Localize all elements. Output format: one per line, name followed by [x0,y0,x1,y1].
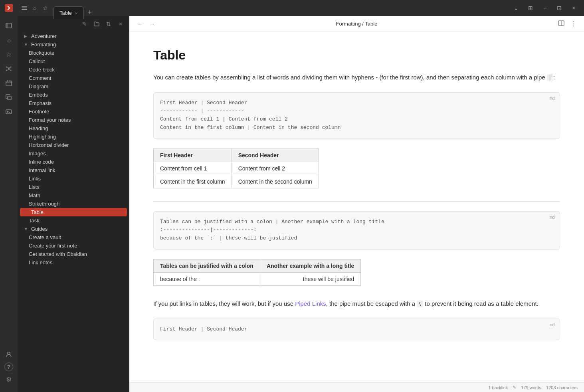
new-folder-button[interactable] [92,19,101,29]
tree-item-label: Internal link [29,167,55,173]
tree-item-label: Create your first note [29,243,77,249]
more-options-icon[interactable]: ⋮ [569,19,578,29]
bookmark-topbar-icon[interactable]: ☆ [42,4,49,12]
folder-item[interactable]: ▼Guides [18,225,129,233]
file-item[interactable]: Horizontal divider [18,141,129,149]
sidebar-toggle-topbar-icon[interactable] [21,4,28,12]
backlink-status: 1 backlink [488,385,508,390]
tree-item-label: Task [29,218,40,224]
file-item[interactable]: Create your first note [18,242,129,250]
breadcrumb-prefix: Formatting [336,21,361,27]
file-item[interactable]: Table [20,208,127,216]
word-count-status: 179 words [521,385,541,390]
calendar-icon[interactable] [2,77,15,89]
tab-label: Table [59,10,72,16]
svg-point-6 [8,68,10,69]
file-item[interactable]: Heading [18,124,129,133]
svg-rect-5 [6,23,8,28]
table-2-r1-c2: these will be justified [260,273,360,286]
app-logo-section [0,4,18,12]
code-content-1: First Header | Second Header -----------… [160,99,553,132]
table-tab[interactable]: Table × [53,6,84,19]
svg-rect-20 [6,110,12,114]
tree-item-label: Images [29,150,46,156]
file-item[interactable]: Create a vault [18,233,129,242]
file-item[interactable]: Inline code [18,158,129,166]
sort-button[interactable]: ⇅ [104,19,113,29]
table-2-row-1: because of the : these will be justified [154,273,361,286]
file-item[interactable]: Emphasis [18,99,129,107]
file-item[interactable]: Links [18,174,129,183]
minimize-button[interactable]: − [539,2,550,14]
settings-icon[interactable]: ⚙ [2,373,15,386]
file-item[interactable]: Internal link [18,166,129,174]
table-1-row-1: Content from cell 1 Content from cell 2 [154,162,319,175]
split-view-icon[interactable] [557,19,566,29]
file-item[interactable]: Code block [18,65,129,74]
close-button[interactable]: × [568,2,579,14]
tree-item-label: Create a vault [29,234,61,240]
copy-icon[interactable] [2,91,15,104]
new-tab-button[interactable]: + [84,9,96,16]
chevron-right-icon: ▶ [24,34,29,38]
search-topbar-icon[interactable]: ⌕ [31,4,38,12]
file-sidebar: ✎ ⇅ × ▶Adventurer▼FormattingBlockquoteCa… [18,16,129,392]
file-item[interactable]: Math [18,191,129,200]
forward-button[interactable]: → [148,20,156,28]
file-item[interactable]: Footnote [18,107,129,116]
edit-status: ✎ [513,385,516,390]
doc-content: Table You can create tables by assemblin… [129,32,584,382]
close-panel-button[interactable]: × [116,19,125,29]
breadcrumb-right: ⋮ [557,19,578,29]
file-item[interactable]: Strikethrough [18,200,129,208]
top-bar: ⌕ ☆ Table × + ⌄ ⊞ − ⊡ × [0,0,584,16]
file-item[interactable]: Callout [18,57,129,65]
tree-item-label: Inline code [29,159,54,165]
chevron-down-icon: ▼ [24,42,29,47]
code-lang-1: md [550,96,555,101]
back-button[interactable]: ← [136,20,145,28]
file-item[interactable]: Format your notes [18,116,129,124]
piped-links-link[interactable]: Piped Links [295,300,326,307]
graph-icon[interactable] [2,62,15,75]
account-icon[interactable] [2,348,15,361]
search-icon[interactable]: ⌕ [2,34,15,46]
file-item[interactable]: Lists [18,183,129,191]
tree-item-label: Highlighting [29,134,56,140]
tree-item-label: Diagram [29,83,48,89]
tree-item-label: Lists [29,184,40,190]
sidebar-toggle-icon[interactable] [2,19,15,32]
svg-rect-2 [22,8,27,8]
breadcrumb-nav: ← → [136,20,156,28]
file-item[interactable]: Link notes [18,258,129,267]
doc-intro-paragraph: You can create tables by assembling a li… [153,72,560,83]
chevron-down-icon: ▼ [24,227,29,231]
table-2: Tables can be justified with a colon Ano… [153,259,361,286]
help-icon[interactable]: ? [4,362,13,371]
window-controls: ⌄ ⊞ − ⊡ × [506,2,584,14]
maximize-button[interactable]: ⊡ [554,2,565,14]
file-item[interactable]: Task [18,216,129,225]
tree-item-label: Emphasis [29,100,51,106]
file-item[interactable]: Images [18,149,129,158]
folder-item[interactable]: ▼Formatting [18,40,129,49]
file-item[interactable]: Highlighting [18,133,129,141]
tree-item-label: Get started with Obsidian [29,251,87,257]
tree-item-label: Table [31,209,44,215]
chevron-down-icon[interactable]: ⌄ [511,2,522,14]
layout-icon[interactable]: ⊞ [525,2,536,14]
folder-item[interactable]: ▶Adventurer [18,32,129,40]
file-item[interactable]: Embeds [18,91,129,99]
tab-close-button[interactable]: × [75,11,77,16]
file-item[interactable]: Comment [18,74,129,82]
bookmark-icon[interactable]: ☆ [2,48,15,61]
file-item[interactable]: Blockquote [18,49,129,57]
edit-icon: ✎ [513,385,516,390]
svg-point-22 [8,352,10,354]
terminal-icon[interactable] [2,105,15,118]
file-item[interactable]: Get started with Obsidian [18,250,129,258]
new-note-button[interactable]: ✎ [80,19,89,29]
tree-item-label: Strikethrough [29,201,59,207]
icon-sidebar: ⌕ ☆ [0,16,18,392]
file-item[interactable]: Diagram [18,82,129,91]
